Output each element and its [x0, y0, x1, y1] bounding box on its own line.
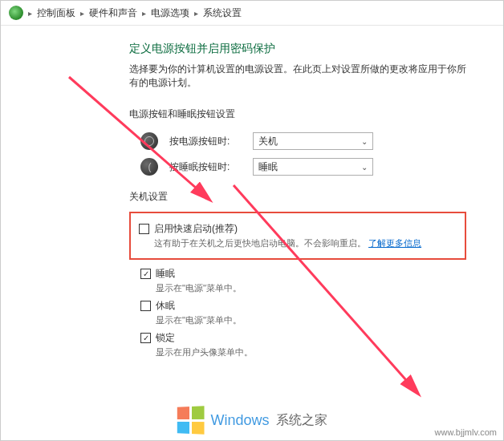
content-area: 定义电源按钮并启用密码保护 选择要为你的计算机设置的电源设置。在此页上对设置所做…: [1, 26, 503, 377]
watermark-url: www.bjjmlv.com: [435, 427, 497, 437]
breadcrumb: ▸ 控制面板 ▸ 硬件和声音 ▸ 电源选项 ▸ 系统设置: [1, 1, 503, 26]
chevron-down-icon: ⌄: [361, 163, 368, 172]
sleep-option-desc: 显示在"电源"菜单中。: [156, 282, 242, 294]
power-icon: [140, 132, 158, 150]
breadcrumb-item[interactable]: 控制面板: [37, 6, 75, 20]
watermark: Windows 系统之家: [1, 407, 503, 434]
breadcrumb-item[interactable]: 系统设置: [203, 6, 242, 20]
lock-row: ✓ 锁定 显示在用户头像菜单中。: [129, 329, 471, 361]
sleep-button-select[interactable]: 睡眠 ⌄: [253, 158, 373, 176]
page-subtitle: 选择要为你的计算机设置的电源设置。在此页上对设置所做的更改将应用于你所有的电源计…: [129, 63, 471, 90]
fast-startup-checkbox[interactable]: [139, 224, 149, 234]
sleep-button-label: 按睡眠按钮时:: [169, 160, 242, 174]
breadcrumb-item[interactable]: 硬件和声音: [89, 6, 137, 20]
lock-desc: 显示在用户头像菜单中。: [156, 346, 253, 358]
watermark-text-site: 系统之家: [276, 412, 327, 429]
chevron-down-icon: ⌄: [361, 137, 368, 146]
breadcrumb-item[interactable]: 电源选项: [151, 6, 189, 20]
hibernate-row: 休眠 显示在"电源"菜单中。: [129, 297, 471, 329]
control-panel-icon: [9, 6, 23, 20]
watermark-text-windows: Windows: [210, 412, 269, 429]
select-value: 睡眠: [258, 160, 278, 174]
power-button-row: 按电源按钮时: 关机 ⌄: [129, 132, 471, 150]
learn-more-link[interactable]: 了解更多信息: [368, 238, 421, 248]
hibernate-desc: 显示在"电源"菜单中。: [156, 314, 242, 326]
fast-startup-label: 启用快速启动(推荐): [154, 222, 421, 236]
windows-logo-icon: [177, 406, 205, 434]
power-button-label: 按电源按钮时:: [169, 135, 242, 148]
highlight-annotation: 启用快速启动(推荐) 这有助于在关机之后更快地启动电脑。不会影响重启。 了解更多…: [129, 212, 466, 260]
chevron-right-icon: ▸: [142, 9, 146, 18]
lock-checkbox[interactable]: ✓: [140, 333, 151, 343]
fast-startup-desc-text: 这有助于在关机之后更快地启动电脑。不会影响重启。: [154, 238, 366, 248]
sleep-option-row: ✓ 睡眠 显示在"电源"菜单中。: [129, 265, 471, 297]
lock-label: 锁定: [156, 331, 253, 345]
section-power-buttons-label: 电源按钮和睡眠按钮设置: [129, 107, 471, 121]
hibernate-label: 休眠: [156, 299, 242, 313]
power-button-select[interactable]: 关机 ⌄: [253, 132, 373, 150]
sleep-icon: [140, 158, 158, 176]
select-value: 关机: [258, 135, 278, 148]
section-shutdown-label: 关机设置: [129, 190, 471, 204]
page-title: 定义电源按钮并启用密码保护: [129, 42, 471, 56]
sleep-option-label: 睡眠: [156, 267, 242, 281]
chevron-right-icon: ▸: [28, 9, 32, 18]
hibernate-checkbox[interactable]: [140, 301, 151, 311]
fast-startup-row: 启用快速启动(推荐) 这有助于在关机之后更快地启动电脑。不会影响重启。 了解更多…: [139, 220, 457, 252]
fast-startup-desc: 这有助于在关机之后更快地启动电脑。不会影响重启。 了解更多信息: [154, 237, 421, 249]
sleep-button-row: 按睡眠按钮时: 睡眠 ⌄: [129, 158, 471, 176]
chevron-right-icon: ▸: [80, 9, 84, 18]
sleep-checkbox[interactable]: ✓: [140, 269, 151, 279]
chevron-right-icon: ▸: [194, 9, 198, 18]
